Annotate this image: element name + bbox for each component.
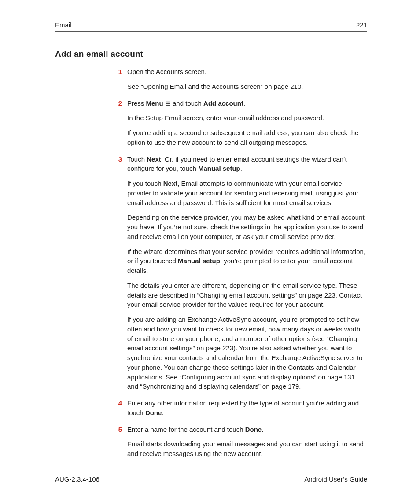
header-section: Email (55, 21, 72, 29)
step-number: 5 (111, 425, 127, 434)
step-head: 1Open the Accounts screen.See “Opening E… (111, 67, 367, 97)
step: 1Open the Accounts screen.See “Opening E… (111, 67, 367, 97)
header-page-number: 221 (356, 21, 367, 29)
step-number: 1 (111, 67, 127, 77)
steps-list: 1Open the Accounts screen.See “Opening E… (55, 67, 367, 464)
step: 3Touch Next. Or, if you need to enter em… (111, 155, 367, 397)
step: 5Enter a name for the account and touch … (111, 425, 367, 464)
page-footer: AUG-2.3.4-106 Android User’s Guide (55, 475, 367, 483)
step-head: 4Enter any other information requested b… (111, 398, 367, 423)
footer-doc-id: AUG-2.3.4-106 (55, 475, 99, 483)
step-paragraph: If the wizard determines that your servi… (127, 247, 367, 276)
step-head: 2Press Menu and touch Add account.In the… (111, 99, 367, 153)
section-heading: Add an email account (55, 49, 367, 59)
step-lead: Press Menu and touch Add account. (127, 99, 367, 108)
step-paragraph: See “Opening Email and the Accounts scre… (127, 82, 367, 92)
step-lead: Touch Next. Or, if you need to enter ema… (127, 155, 367, 174)
step-head: 3Touch Next. Or, if you need to enter em… (111, 155, 367, 397)
step-body: Open the Accounts screen.See “Opening Em… (127, 67, 367, 97)
step-paragraph: The details you enter are different, dep… (127, 281, 367, 309)
menu-icon (165, 101, 171, 106)
step-paragraph: Email starts downloading your email mess… (127, 439, 367, 459)
step-body: Touch Next. Or, if you need to enter ema… (127, 155, 367, 397)
step: 2Press Menu and touch Add account.In the… (111, 99, 367, 153)
step-head: 5Enter a name for the account and touch … (111, 425, 367, 464)
step-number: 3 (111, 155, 127, 164)
step-lead: Enter a name for the account and touch D… (127, 425, 367, 434)
step-number: 4 (111, 398, 127, 408)
step-paragraph: If you touch Next, Email attempts to com… (127, 179, 367, 207)
step-paragraph: Depending on the service provider, you m… (127, 213, 367, 241)
page-header: Email 221 (55, 21, 367, 32)
step-paragraph: If you’re adding a second or subsequent … (127, 128, 367, 147)
step-paragraph: In the Setup Email screen, enter your em… (127, 113, 367, 123)
footer-doc-title: Android User’s Guide (304, 475, 367, 483)
step-number: 2 (111, 99, 127, 108)
page: Email 221 Add an email account 1Open the… (0, 0, 420, 504)
step: 4Enter any other information requested b… (111, 398, 367, 423)
step-body: Enter any other information requested by… (127, 398, 367, 423)
step-lead: Open the Accounts screen. (127, 67, 367, 77)
step-lead: Enter any other information requested by… (127, 398, 367, 418)
step-paragraph: If you are adding an Exchange ActiveSync… (127, 315, 367, 391)
step-body: Enter a name for the account and touch D… (127, 425, 367, 464)
step-body: Press Menu and touch Add account.In the … (127, 99, 367, 153)
